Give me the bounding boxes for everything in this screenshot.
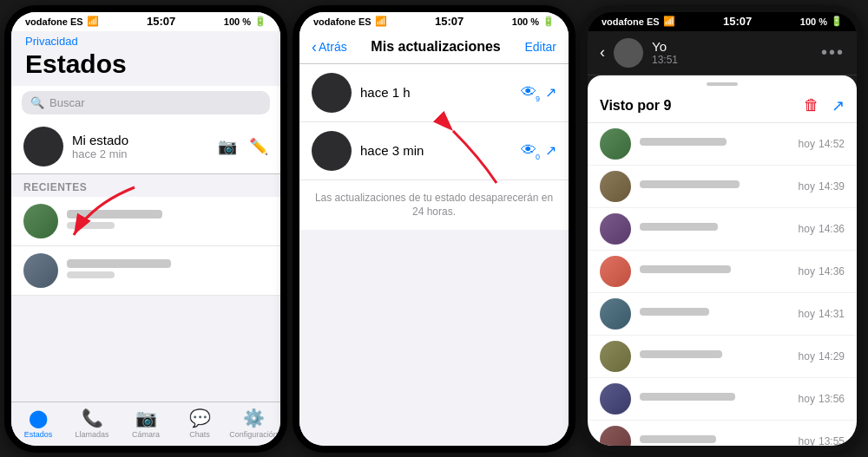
viewer-time-3: hoy 14:36 (799, 223, 845, 235)
share-icon-2[interactable]: ↗ (545, 142, 556, 159)
dark-name-time: Yo 13:51 (652, 39, 812, 66)
tab-chats[interactable]: 💬 Chats (173, 408, 227, 439)
edit-action-icon[interactable]: ✏️ (249, 137, 268, 156)
viewer-name-6 (640, 350, 722, 358)
update-info-1: hace 1 h (360, 85, 512, 100)
recent-time-1 (67, 222, 115, 229)
delete-icon[interactable]: 🗑 (804, 96, 819, 115)
viewer-row-4: hoy 14:36 (588, 251, 857, 293)
viewers-title: Visto por 9 (600, 98, 671, 114)
chats-icon: 💬 (189, 408, 211, 428)
battery-label: 100 % (224, 16, 251, 27)
eye-icon-2[interactable]: 👁 0 (521, 141, 536, 160)
recent-item-2[interactable] (11, 246, 280, 296)
battery-label-3: 100 % (800, 16, 827, 27)
viewer-info-5 (640, 308, 790, 319)
viewers-header: Visto por 9 🗑 ↗ (588, 93, 857, 123)
search-bar[interactable]: 🔍 Buscar (22, 91, 270, 114)
camera-action-icon[interactable]: 📷 (218, 137, 237, 156)
viewer-avatar-4 (600, 256, 631, 287)
viewer-avatar-7 (600, 383, 631, 415)
viewers-panel: Visto por 9 🗑 ↗ hoy (588, 75, 857, 446)
camara-icon: 📷 (135, 408, 157, 428)
update-actions-2: 👁 0 ↗ (521, 141, 556, 160)
search-icon: 🔍 (30, 96, 44, 109)
viewer-name-1 (640, 138, 727, 146)
recent-avatar-1 (23, 204, 58, 238)
wifi-icon-2: 📶 (375, 16, 387, 27)
dark-top-bar: ‹ Yo 13:51 ••• (588, 31, 857, 75)
time-label-2: 15:07 (435, 15, 464, 28)
privacy-link[interactable]: Privacidad (25, 35, 266, 48)
my-avatar (23, 127, 63, 166)
my-status-item[interactable]: Mi estado hace 2 min 📷 ✏️ (11, 120, 280, 173)
tab-camara[interactable]: 📷 Cámara (119, 408, 173, 439)
viewer-time-2: hoy 14:39 (799, 180, 845, 193)
edit-button[interactable]: Editar (524, 40, 556, 54)
recent-name-2 (67, 259, 171, 268)
dark-status-time: 13:51 (652, 54, 812, 66)
viewer-avatar-2 (600, 171, 631, 202)
viewer-info-8 (640, 435, 790, 446)
carrier-label: vodafone ES (25, 16, 83, 27)
spacer-2 (299, 230, 569, 445)
dark-avatar (614, 38, 643, 68)
my-status-time: hace 2 min (72, 147, 209, 160)
viewer-time-7: hoy 13:56 (799, 393, 845, 405)
recent-time-2 (67, 271, 115, 278)
viewer-row-8: hoy 13:55 (588, 421, 857, 446)
search-placeholder: Buscar (49, 96, 84, 109)
share-viewers-icon[interactable]: ↗ (832, 96, 845, 115)
viewer-info-2 (640, 180, 790, 192)
view-count-1: 9 (536, 95, 540, 103)
viewer-time-4: hoy 14:36 (799, 265, 845, 277)
share-icon-1[interactable]: ↗ (545, 84, 556, 101)
update-item-1[interactable]: hace 1 h 👁 9 ↗ (299, 64, 569, 122)
update-avatar-2 (312, 131, 352, 171)
more-options-icon[interactable]: ••• (821, 42, 845, 62)
viewer-row-2: hoy 14:39 (588, 166, 857, 208)
back-button[interactable]: ‹ Atrás (312, 38, 347, 56)
back-label: Atrás (319, 40, 347, 54)
viewer-time-1: hoy 14:52 (799, 138, 845, 150)
llamadas-icon: 📞 (82, 408, 103, 428)
viewer-time-6: hoy 14:29 (799, 350, 845, 362)
viewer-row-1: hoy 14:52 (588, 123, 857, 166)
viewer-info-3 (640, 223, 790, 234)
viewer-info-6 (640, 350, 790, 362)
update-actions-1: 👁 9 ↗ (521, 83, 556, 101)
my-status-section: Mi estado hace 2 min 📷 ✏️ (11, 120, 280, 174)
tab-estados[interactable]: ⬤ Estados (11, 408, 65, 439)
tab-configuracion[interactable]: ⚙️ Configuración (227, 408, 280, 439)
recent-info-2 (67, 259, 171, 282)
viewer-time-5: hoy 14:31 (799, 308, 845, 320)
carrier-label-2: vodafone ES (313, 16, 372, 27)
tab-bar: ⬤ Estados 📞 Llamadas 📷 Cámara 💬 Chats (11, 402, 280, 446)
screen1-nav-header: Privacidad Estados (11, 31, 280, 86)
recent-item-1[interactable] (11, 197, 280, 246)
back-icon-dark[interactable]: ‹ (600, 43, 605, 62)
viewer-name-2 (640, 180, 740, 188)
eye-icon-1[interactable]: 👁 9 (521, 83, 536, 101)
status-bar-3: vodafone ES 📶 15:07 100 % 🔋 (588, 12, 857, 31)
viewer-avatar-6 (600, 341, 631, 372)
viewer-time-8: hoy 13:55 (799, 435, 845, 446)
update-avatar-1 (312, 73, 352, 113)
tab-config-label: Configuración (229, 430, 278, 439)
tab-chats-label: Chats (189, 430, 210, 439)
viewer-row-7: hoy 13:56 (588, 378, 857, 421)
viewer-info-4 (640, 265, 790, 277)
carrier-label-3: vodafone ES (602, 16, 660, 27)
viewer-info-7 (640, 393, 790, 404)
estados-icon: ⬤ (29, 408, 48, 428)
recent-name-1 (67, 210, 162, 219)
recientes-label: RECIENTES (11, 174, 280, 197)
update-time-2: hace 3 min (360, 143, 512, 158)
panel-handle (707, 82, 738, 86)
view-count-2: 0 (536, 153, 540, 161)
wifi-icon: 📶 (87, 16, 99, 27)
tab-llamadas[interactable]: 📞 Llamadas (65, 408, 119, 439)
tab-llamadas-label: Llamadas (75, 430, 108, 439)
tab-camara-label: Cámara (132, 430, 160, 439)
update-item-2[interactable]: hace 3 min 👁 0 ↗ (299, 122, 569, 180)
